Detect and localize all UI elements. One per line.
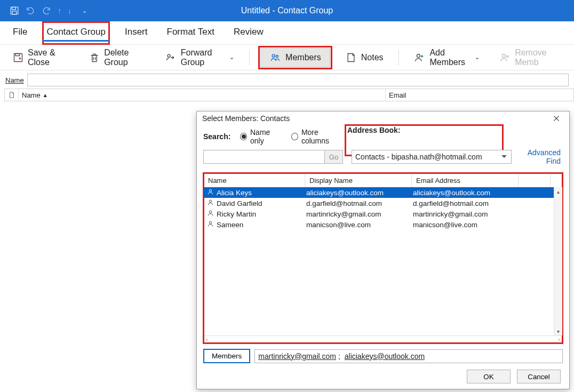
person-icon [207,220,214,229]
quick-access-toolbar: ↑ ↓ ⌄ [0,6,87,15]
svg-point-5 [168,54,170,57]
tab-insert[interactable]: Insert [123,23,150,43]
horizontal-scrollbar[interactable]: ‹ › [204,335,562,343]
save-close-label: Save & Close [28,48,70,67]
forward-icon [165,52,177,63]
note-icon [345,52,357,63]
person-icon [207,210,214,218]
add-members-label: Add Members [429,48,471,67]
contact-email: martinricky@gmail.com [412,210,551,218]
forward-group-label: Forward Group [181,48,225,67]
tab-contact-group[interactable]: Contact Group [44,23,108,43]
remove-person-icon [499,52,511,63]
contact-row[interactable]: Sameenmanicson@live.commanicson@live.com [204,219,562,230]
contact-display: martinricky@gmail.com [305,210,412,218]
contacts-list-body: Alicia Keysaliciakeys@outlook.comaliciak… [204,187,562,335]
tab-file[interactable]: File [11,23,29,43]
members-add-button[interactable]: Members [203,349,250,363]
undo-icon[interactable] [26,6,35,15]
add-person-icon [413,52,425,63]
notes-button[interactable]: Notes [341,49,388,67]
chevron-down-icon: ⌄ [475,54,480,61]
close-button[interactable] [549,112,564,125]
contact-email: manicson@live.com [412,221,551,229]
tab-format-text[interactable]: Format Text [165,23,217,43]
col-name[interactable]: Name [204,173,305,187]
contact-name: Sameen [217,221,243,229]
email-column-header[interactable]: Email [386,91,573,99]
scroll-right-icon[interactable]: › [558,336,560,343]
col-extra[interactable] [519,173,551,187]
tab-review[interactable]: Review [232,23,266,43]
title-bar: ↑ ↓ ⌄ Untitled - Contact Group [0,0,574,21]
add-members-button[interactable]: Add Members ⌄ [409,45,484,70]
save-close-button[interactable]: Save & Close [9,45,74,70]
svg-rect-4 [15,53,20,55]
members-row: Members martinricky@gmail.com; aliciakey… [203,349,563,363]
radio-more-columns[interactable]: More columns [291,128,343,145]
col-display-name[interactable]: Display Name [305,173,412,187]
members-field[interactable]: martinricky@gmail.com; aliciakeys@outloo… [254,349,563,363]
contacts-list: Name Display Name Email Address Alicia K… [203,173,563,343]
search-input[interactable] [203,150,325,164]
svg-point-12 [209,211,211,213]
group-name-input[interactable] [27,74,569,86]
delete-group-button[interactable]: Delete Group [85,45,150,70]
radio-name-only-label: Name only [250,128,282,145]
dialog-footer: OK Cancel [203,370,563,383]
members-button[interactable]: Members [260,48,330,67]
scroll-down-icon[interactable]: ▾ [554,327,562,335]
person-icon [207,199,214,207]
qat-customize-icon[interactable]: ⌄ [82,7,87,14]
forward-group-button[interactable]: Forward Group ⌄ [161,45,238,70]
vertical-scrollbar[interactable]: ▴ ▾ [554,187,562,335]
svg-rect-1 [12,7,16,10]
dialog-title: Select Members: Contacts [202,114,290,123]
contact-row[interactable]: Alicia Keysaliciakeys@outlook.comaliciak… [204,187,562,198]
contact-name: Ricky Martin [217,210,256,218]
ribbon-tabs: File Contact Group Insert Format Text Re… [0,21,574,45]
save-icon[interactable] [10,6,19,15]
remove-member-button: Remove Memb [495,45,565,70]
address-book-label: Address Book: [347,126,401,134]
svg-point-7 [276,55,278,57]
sort-asc-icon: ▲ [43,92,48,98]
go-button: Go [325,150,343,164]
col-email[interactable]: Email Address [412,173,519,187]
contact-display: manicson@live.com [305,221,412,229]
radio-name-only[interactable]: Name only [240,128,282,145]
notes-label: Notes [361,53,384,62]
contact-row[interactable]: Ricky Martinmartinricky@gmail.commartinr… [204,209,562,219]
redo-icon[interactable] [42,6,51,15]
name-column-header[interactable]: Name ▲ [19,89,386,101]
address-book-value: Contacts - bipasha.nath@hotmail.com [355,153,482,161]
down-arrow-icon[interactable]: ↓ [68,6,71,15]
ribbon-separator-2 [398,50,399,66]
contact-display: d.garfield@hotmail.com [305,199,412,207]
members-label: Members [285,53,321,62]
svg-point-9 [503,54,506,57]
name-row: Name [0,70,574,86]
input-row: Go Contacts - bipasha.nath@hotmail.com A… [203,148,563,165]
svg-point-6 [272,54,275,57]
scroll-up-icon[interactable]: ▴ [554,187,562,196]
up-arrow-icon[interactable]: ↑ [58,6,61,15]
ok-button[interactable]: OK [467,370,511,383]
chevron-down-icon: ⌄ [229,54,234,61]
dialog-body: Search: Name only More columns Address B… [197,125,569,389]
search-box: Go [203,150,343,164]
name-label: Name [5,76,24,84]
window-title: Untitled - Contact Group [241,6,333,15]
email-column-label: Email [389,91,406,99]
search-label: Search: [203,132,230,141]
scroll-left-icon[interactable]: ‹ [206,336,208,343]
contact-display: aliciakeys@outlook.com [305,189,412,197]
save-close-icon [13,52,23,63]
cancel-button[interactable]: Cancel [517,370,561,383]
address-book-select[interactable]: Contacts - bipasha.nath@hotmail.com [352,150,512,164]
icon-column-header[interactable] [5,89,19,101]
members-value-2: aliciakeys@outlook.com [345,352,425,361]
contact-name: David Garfield [217,199,262,207]
contact-row[interactable]: David Garfieldd.garfield@hotmail.comd.ga… [204,198,562,209]
advanced-find-link[interactable]: Advanced Find [520,148,563,165]
